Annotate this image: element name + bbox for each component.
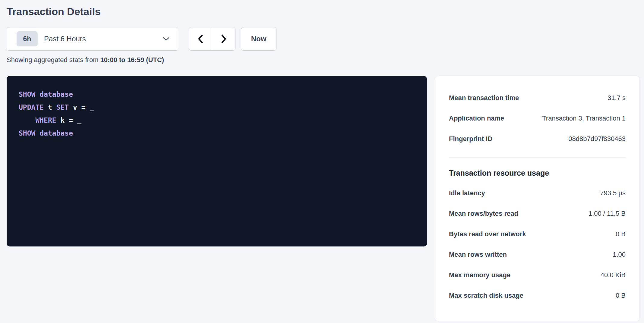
sql-statement-box: SHOW databaseUPDATE t SET v = _ WHERE k … xyxy=(7,76,427,246)
chevron-right-icon xyxy=(220,34,227,43)
summary-row: Idle latency793.5 µs xyxy=(449,183,626,203)
sql-line: WHERE k = _ xyxy=(19,114,415,127)
summary-top-rows: Mean transaction time31.7 sApplication n… xyxy=(449,88,626,149)
summary-row: Fingerprint ID08d8b7d97f830463 xyxy=(449,129,626,149)
page-title: Transaction Details xyxy=(7,5,640,18)
summary-row-value: 0 B xyxy=(616,292,626,299)
sql-token: database xyxy=(39,90,73,98)
now-button[interactable]: Now xyxy=(241,27,276,51)
summary-row-value: 31.7 s xyxy=(608,94,626,102)
time-controls: 6h Past 6 Hours xyxy=(7,27,640,51)
aggregation-caption-prefix: Showing aggregated stats from xyxy=(7,56,100,64)
summary-row: Max scratch disk usage0 B xyxy=(449,285,626,306)
summary-row-label: Application name xyxy=(449,114,510,122)
summary-row: Bytes read over network0 B xyxy=(449,224,626,244)
summary-row-value: 793.5 µs xyxy=(600,189,626,197)
summary-row-label: Bytes read over network xyxy=(449,230,532,238)
summary-row-value: 0 B xyxy=(616,230,626,238)
summary-row-value: 40.0 KiB xyxy=(601,271,626,279)
summary-row-label: Max scratch disk usage xyxy=(449,292,529,299)
sql-line: SHOW database xyxy=(19,127,415,140)
sql-token: t xyxy=(44,103,56,111)
summary-row-label: Max memory usage xyxy=(449,271,516,279)
aggregation-caption: Showing aggregated stats from 10:00 to 1… xyxy=(7,56,640,64)
transaction-details-page: Transaction Details 6h Past 6 Hours xyxy=(0,0,644,321)
sql-token: WHERE xyxy=(35,116,56,124)
summary-row-value: 08d8b7d97f830463 xyxy=(568,135,626,143)
summary-row-value: 1.00 / 11.5 B xyxy=(589,210,626,218)
aggregation-caption-range: 10:00 to 16:59 (UTC) xyxy=(100,56,164,64)
time-step-button-group xyxy=(189,27,235,51)
next-interval-button[interactable] xyxy=(212,27,235,51)
sql-token xyxy=(35,90,39,98)
time-range-badge: 6h xyxy=(17,31,38,46)
sql-token xyxy=(19,116,35,124)
sql-token: v = _ xyxy=(69,103,94,111)
sql-token: SET xyxy=(56,103,69,111)
summary-row: Mean rows written1.00 xyxy=(449,244,626,265)
transaction-summary-card: Mean transaction time31.7 sApplication n… xyxy=(435,76,640,321)
summary-row: Max memory usage40.0 KiB xyxy=(449,265,626,285)
summary-row-label: Mean transaction time xyxy=(449,94,525,102)
summary-row-value: 1.00 xyxy=(613,251,626,259)
sql-line: SHOW database xyxy=(19,88,415,101)
main-content: SHOW databaseUPDATE t SET v = _ WHERE k … xyxy=(7,76,640,321)
summary-divider xyxy=(449,157,626,158)
time-range-label: Past 6 Hours xyxy=(44,35,86,43)
sql-token: k = _ xyxy=(56,116,81,124)
summary-resource-rows: Idle latency793.5 µsMean rows/bytes read… xyxy=(449,183,626,306)
summary-row: Mean transaction time31.7 s xyxy=(449,88,626,108)
sql-token: database xyxy=(39,129,73,137)
summary-row-label: Fingerprint ID xyxy=(449,135,498,143)
summary-row-label: Idle latency xyxy=(449,189,491,197)
time-range-dropdown[interactable]: 6h Past 6 Hours xyxy=(7,27,178,51)
summary-row: Application nameTransaction 3, Transacti… xyxy=(449,108,626,129)
sql-token: UPDATE xyxy=(19,103,44,111)
sql-token: SHOW xyxy=(19,129,35,137)
previous-interval-button[interactable] xyxy=(189,27,212,51)
chevron-down-icon xyxy=(162,36,170,41)
summary-row-label: Mean rows written xyxy=(449,251,513,259)
summary-row-value: Transaction 3, Transaction 1 xyxy=(542,114,626,122)
summary-row-label: Mean rows/bytes read xyxy=(449,210,524,218)
sql-token xyxy=(35,129,39,137)
chevron-left-icon xyxy=(197,34,204,43)
resource-usage-heading: Transaction resource usage xyxy=(449,168,626,177)
sql-line: UPDATE t SET v = _ xyxy=(19,101,415,114)
sql-token: SHOW xyxy=(19,90,35,98)
summary-row: Mean rows/bytes read1.00 / 11.5 B xyxy=(449,203,626,224)
